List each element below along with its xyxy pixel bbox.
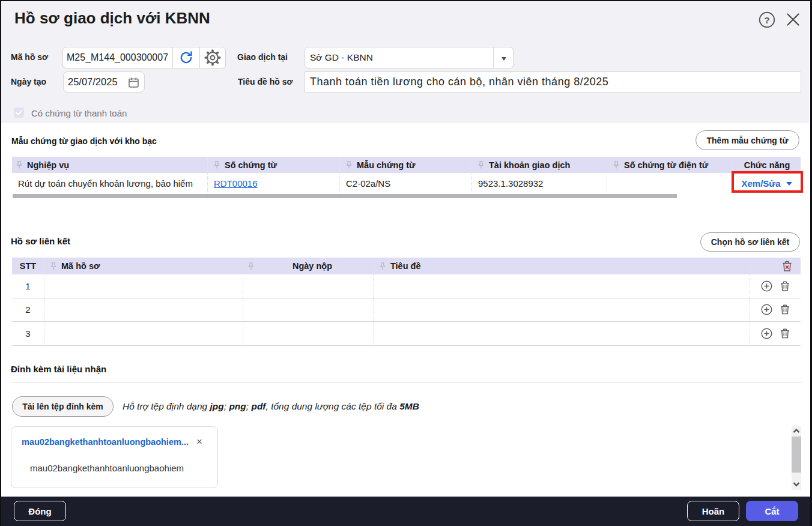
svg-text:?: ? [764, 15, 769, 25]
